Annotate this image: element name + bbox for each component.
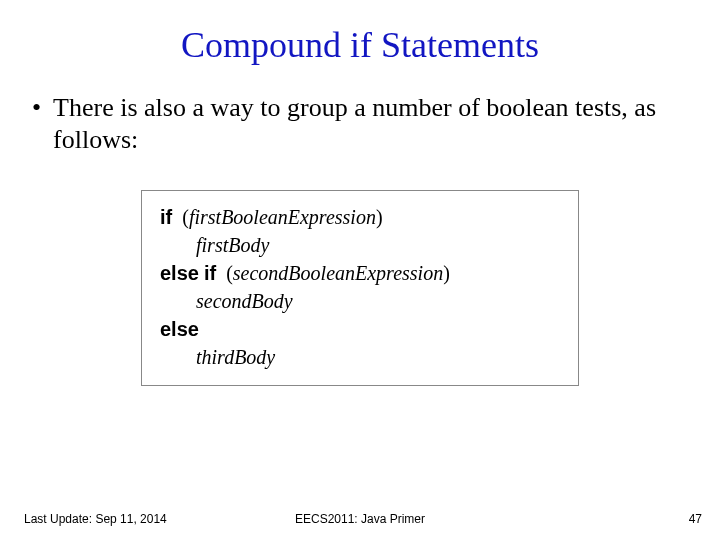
second-expression: secondBooleanExpression [233,259,443,287]
slide-footer: Last Update: Sep 11, 2014 EECS2011: Java… [0,512,720,526]
paren-close: ) [376,203,383,231]
paren-open: ( [182,203,189,231]
code-line-elseif: else if ( secondBooleanExpression ) [160,259,560,287]
paren-close-2: ) [443,259,450,287]
keyword-if: if [160,203,172,231]
paren-open-2: ( [226,259,233,287]
footer-date: Last Update: Sep 11, 2014 [24,512,167,526]
bullet-text: There is also a way to group a number of… [53,92,692,156]
second-body: secondBody [196,287,293,315]
keyword-else-final: else [160,315,199,343]
keyword-else: else [160,259,199,287]
third-body: thirdBody [196,343,275,371]
keyword-elseif-if: if [204,259,216,287]
bullet-item: • There is also a way to group a number … [28,92,692,156]
bullet-dot-icon: • [32,92,41,124]
first-expression: firstBooleanExpression [189,203,376,231]
slide-title: Compound if Statements [0,0,720,66]
code-line-else: else [160,315,560,343]
first-body: firstBody [196,231,269,259]
code-line-body2: secondBody [160,287,560,315]
footer-page-number: 47 [689,512,702,526]
code-line-body3: thirdBody [160,343,560,371]
code-line-if: if ( firstBooleanExpression ) [160,203,560,231]
code-example-box: if ( firstBooleanExpression ) firstBody … [141,190,579,386]
code-line-body1: firstBody [160,231,560,259]
